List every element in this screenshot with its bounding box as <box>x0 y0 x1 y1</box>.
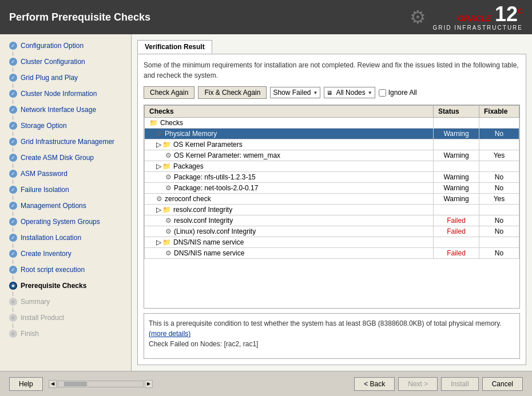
tab-verification-result[interactable]: Verification Result <box>137 40 212 54</box>
check-again-button[interactable]: Check Again <box>144 86 194 99</box>
sidebar-item-label: Installation Location <box>21 234 81 242</box>
table-row[interactable]: ⚙Package: nfs-utils-1.2.3-15WarningNo <box>145 172 519 183</box>
page-title: Perform Prerequisite Checks <box>9 11 150 23</box>
step-line <box>13 227 13 232</box>
footer: Help ◀ ▶ < Back Next > Install Cancel <box>0 371 532 396</box>
sidebar-item-grid-infrastructure-management[interactable]: ✓Grid Infrastructure Managemer <box>0 136 131 147</box>
table-row[interactable]: ▷📁Packages <box>145 161 519 172</box>
status-cell <box>434 161 479 172</box>
table-row[interactable]: ⚙DNS/NIS name serviceFailedNo <box>145 248 519 259</box>
more-details-link[interactable]: (more details) <box>149 330 190 338</box>
sidebar-item-cluster-configuration[interactable]: ✓Cluster Configuration <box>0 56 131 67</box>
item-icon: ⚙ <box>156 195 162 203</box>
all-nodes-label: All Nodes <box>336 89 365 97</box>
status-cell: Warning <box>434 129 479 139</box>
expand-icon: ▷ <box>156 141 161 149</box>
step-icon: ✓ <box>9 106 17 114</box>
sidebar-item-asm-password[interactable]: ✓ASM Password <box>0 168 131 179</box>
col-status: Status <box>434 106 479 118</box>
ignore-all-checkbox-label[interactable]: Ignore All <box>379 89 417 97</box>
sidebar-item-label: Configuration Option <box>21 42 84 50</box>
sidebar-item-operating-system-groups[interactable]: ✓Operating System Groups <box>0 216 131 227</box>
sidebar-item-label: Grid Infrastructure Managemer <box>21 138 114 146</box>
show-failed-dropdown[interactable]: Show Failed ▼ <box>270 87 320 98</box>
table-row[interactable]: ⚙resolv.conf IntegrityFailedNo <box>145 215 519 226</box>
folder-icon: 📁 <box>162 162 171 170</box>
main-layout: ✓Configuration Option✓Cluster Configurat… <box>0 34 532 371</box>
row-label: OS Kernel Parameter: wmem_max <box>174 151 280 159</box>
sidebar-item-install-product: ○Install Product <box>0 312 131 323</box>
sidebar-item-storage-option[interactable]: ✓Storage Option <box>0 120 131 131</box>
table-header-row: Checks Status Fixable <box>145 106 519 118</box>
row-label: OS Kernel Parameters <box>173 141 243 149</box>
sidebar-item-management-options[interactable]: ✓Management Options <box>0 200 131 211</box>
table-row[interactable]: ⚙zeroconf checkWarningYes <box>145 194 519 205</box>
fix-check-again-button[interactable]: Fix & Check Again <box>198 86 267 99</box>
step-icon: ✓ <box>9 74 17 82</box>
sidebar-item-label: Network Interface Usage <box>21 106 96 114</box>
scroll-track[interactable] <box>58 381 144 387</box>
step-icon: ✓ <box>9 90 17 98</box>
checks-table: Checks Status Fixable 📁Checks⚙Physical M… <box>144 105 519 259</box>
item-icon: ⚙ <box>165 151 172 159</box>
toolbar: Check Again Fix & Check Again Show Faile… <box>144 86 520 99</box>
fixable-cell: Yes <box>479 150 519 161</box>
ignore-all-checkbox[interactable] <box>379 89 386 97</box>
step-line <box>13 51 13 56</box>
step-icon: ○ <box>9 298 17 306</box>
scroll-thumb[interactable] <box>64 382 87 386</box>
sidebar-item-create-inventory[interactable]: ✓Create Inventory <box>0 248 131 259</box>
status-cell: Warning <box>434 150 479 161</box>
sidebar-item-prerequisite-checks[interactable]: ●Prerequisite Checks <box>0 280 131 291</box>
row-label: DNS/NIS name service <box>174 249 244 257</box>
sidebar-item-create-asm-disk-group[interactable]: ✓Create ASM Disk Group <box>0 152 131 163</box>
sidebar-item-failure-isolation[interactable]: ✓Failure Isolation <box>0 184 131 195</box>
fixable-cell: No <box>479 129 519 139</box>
scroll-left-button[interactable]: ◀ <box>49 380 57 388</box>
ignore-all-label: Ignore All <box>388 89 417 97</box>
cancel-button[interactable]: Cancel <box>482 377 523 391</box>
item-icon: ⚙ <box>156 130 162 138</box>
sidebar-item-root-script-execution[interactable]: ✓Root script execution <box>0 264 131 275</box>
step-icon: ✓ <box>9 42 17 50</box>
help-button[interactable]: Help <box>9 377 43 391</box>
install-button[interactable]: Install <box>441 377 478 391</box>
sidebar-item-cluster-node-information[interactable]: ✓Cluster Node Information <box>0 88 131 99</box>
horizontal-scrollbar[interactable]: ◀ ▶ <box>49 380 153 388</box>
table-row[interactable]: ▷📁OS Kernel Parameters <box>145 139 519 150</box>
sidebar-item-label: Install Product <box>21 314 64 322</box>
step-line <box>13 243 13 248</box>
nodes-icon: 🖥 <box>327 90 332 96</box>
scroll-right-button[interactable]: ▶ <box>145 380 153 388</box>
table-row[interactable]: ▷📁resolv.conf Integrity <box>145 205 519 215</box>
step-line <box>13 323 13 328</box>
back-button[interactable]: < Back <box>354 377 395 391</box>
sidebar-item-configuration-option[interactable]: ✓Configuration Option <box>0 40 131 51</box>
status-cell <box>434 139 479 150</box>
table-row[interactable]: ⚙Package: net-tools-2.0-0.17WarningNo <box>145 183 519 194</box>
row-label: Package: nfs-utils-1.2.3-15 <box>174 173 256 181</box>
sidebar-item-network-interface-usage[interactable]: ✓Network Interface Usage <box>0 104 131 115</box>
all-nodes-dropdown[interactable]: 🖥 All Nodes ▼ <box>324 87 375 98</box>
sidebar-item-installation-location[interactable]: ✓Installation Location <box>0 232 131 243</box>
table-row[interactable]: ⚙OS Kernel Parameter: wmem_maxWarningYes <box>145 150 519 161</box>
row-label: Physical Memory <box>165 130 217 138</box>
item-icon: ⚙ <box>165 173 172 181</box>
sidebar-item-label: Create Inventory <box>21 250 72 258</box>
table-row[interactable]: ⚙(Linux) resolv.conf IntegrityFailedNo <box>145 226 519 237</box>
step-line <box>13 307 13 312</box>
sidebar-item-label: Prerequisite Checks <box>21 282 86 290</box>
sidebar-item-summary: ○Summary <box>0 296 131 307</box>
sidebar-item-label: Operating System Groups <box>21 218 100 226</box>
step-icon: ✓ <box>9 138 17 146</box>
status-cell: Failed <box>434 226 479 237</box>
table-row[interactable]: ▷📁DNS/NIS name service <box>145 237 519 248</box>
next-button[interactable]: Next > <box>398 377 438 391</box>
table-row[interactable]: 📁Checks <box>145 118 519 129</box>
sidebar-item-grid-plug-play[interactable]: ✓Grid Plug and Play <box>0 72 131 83</box>
scrollbar[interactable]: ◀ ▶ <box>49 380 153 388</box>
table-row[interactable]: ⚙Physical MemoryWarningNo <box>145 129 519 139</box>
step-line <box>13 179 13 184</box>
sidebar-item-label: Cluster Node Information <box>21 90 97 98</box>
fixable-cell: No <box>479 215 519 226</box>
